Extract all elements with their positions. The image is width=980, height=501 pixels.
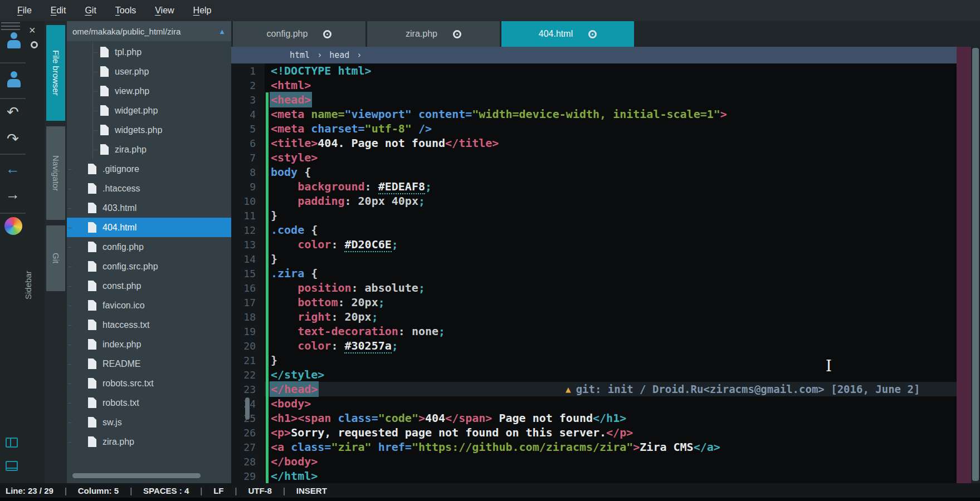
redo-icon[interactable]: ↷ — [0, 130, 26, 147]
panel-tab-git[interactable]: Git — [46, 225, 65, 291]
code-line-6[interactable]: 6<title>404. Page not found</title> — [231, 136, 980, 150]
code-line-4[interactable]: 4<meta name="viewport" content="width=de… — [231, 107, 980, 121]
editor-tab-config.php[interactable]: config.php — [233, 21, 365, 47]
code-line-27[interactable]: 27<a class="zira" href="https://github.c… — [231, 440, 980, 454]
menu-edit[interactable]: Edit — [41, 6, 76, 16]
code-line-20[interactable]: 20 color: #30257a; — [231, 338, 980, 353]
code-line-29[interactable]: 29</html> — [231, 469, 980, 483]
tree-item-widget.php[interactable]: widget.php — [67, 101, 231, 120]
tree-horizontal-scrollbar[interactable] — [71, 473, 227, 479]
tree-item-.htaccess[interactable]: .htaccess — [67, 179, 231, 198]
file-tree: tpl.phpuser.phpview.phpwidget.phpwidgets… — [67, 41, 231, 471]
breadcrumb-item-html[interactable]: html — [290, 50, 310, 60]
panel-tab-navigator[interactable]: Navigator — [46, 126, 65, 220]
editor-tab-zira.php[interactable]: zira.php — [367, 21, 500, 47]
code-line-18[interactable]: 18 right: 20px; — [231, 310, 980, 324]
code-text: bottom: 20px; — [269, 296, 385, 309]
editor-vertical-scrollbar[interactable] — [971, 47, 980, 483]
grip-icon — [1, 22, 20, 30]
code-line-16[interactable]: 16 position: absolute; — [231, 281, 980, 295]
code-line-14[interactable]: 14} — [231, 252, 980, 266]
tree-item-htaccess.txt[interactable]: htaccess.txt — [67, 315, 231, 335]
code-line-13[interactable]: 13 color: #D20C6E; — [231, 237, 980, 252]
person-alt-icon[interactable] — [6, 71, 22, 91]
tree-item-config.php[interactable]: config.php — [67, 237, 231, 257]
tree-item-tpl.php[interactable]: tpl.php — [67, 42, 231, 62]
tree-item-403.html[interactable]: 403.html — [67, 198, 231, 218]
code-text: <head> — [269, 93, 311, 106]
panel-tab-strip: File browserNavigatorGit — [45, 21, 67, 483]
tree-item-robots.txt[interactable]: robots.txt — [67, 393, 231, 412]
color-wheel-icon[interactable] — [4, 217, 22, 235]
tree-item-favicon.ico[interactable]: favicon.ico — [67, 296, 231, 315]
back-arrow-icon[interactable]: ← — [0, 160, 26, 177]
bottom-pane-icon[interactable] — [6, 461, 18, 471]
code-line-25[interactable]: 25<h1><span class="code">404</span> Page… — [231, 411, 980, 425]
path-bar[interactable]: ome/makaka/public_html/zira ▲ — [67, 21, 231, 41]
tree-item-404.html[interactable]: 404.html — [67, 218, 231, 237]
person-icon[interactable] — [6, 32, 22, 52]
tree-item-zira.php[interactable]: zira.php — [67, 140, 231, 159]
undo-icon[interactable]: ↶ — [0, 104, 26, 120]
code-editor[interactable]: 1<!DOCTYPE html>2<html>3<head>4<meta nam… — [231, 63, 980, 483]
code-line-23[interactable]: 23</head>▲git: init / Droid.Ru<ziracms@g… — [231, 382, 980, 396]
scrollbar-thumb[interactable] — [972, 48, 979, 481]
code-line-24[interactable]: 24<body> — [231, 396, 980, 411]
code-line-10[interactable]: 10 padding: 20px 40px; — [231, 194, 980, 208]
code-line-5[interactable]: 5<meta charset="utf-8" /> — [231, 121, 980, 136]
tree-item-sw.js[interactable]: sw.js — [67, 412, 231, 432]
tab-close-icon[interactable] — [453, 30, 461, 38]
file-icon — [88, 281, 96, 291]
tree-item-robots.src.txt[interactable]: robots.src.txt — [67, 374, 231, 393]
file-name: .gitignore — [103, 164, 139, 174]
tree-item-.gitignore[interactable]: .gitignore — [67, 159, 231, 179]
code-line-19[interactable]: 19 text-decoration: none; — [231, 324, 980, 338]
code-line-17[interactable]: 17 bottom: 20px; — [231, 295, 980, 310]
breadcrumb-item-head[interactable]: head — [329, 50, 349, 60]
menu-tools[interactable]: Tools — [106, 6, 145, 16]
tree-item-const.php[interactable]: const.php — [67, 276, 231, 296]
menu-view[interactable]: View — [145, 6, 183, 16]
editor-tab-404.html[interactable]: 404.html — [501, 21, 634, 47]
panel-tab-file-browser[interactable]: File browser — [46, 25, 65, 121]
code-line-21[interactable]: 21} — [231, 353, 980, 367]
detach-circle-icon[interactable] — [31, 41, 38, 48]
code-line-28[interactable]: 28</body> — [231, 454, 980, 469]
code-line-26[interactable]: 26<p>Sorry, requested page not found on … — [231, 425, 980, 440]
code-line-8[interactable]: 8body { — [231, 165, 980, 179]
code-line-1[interactable]: 1<!DOCTYPE html> — [231, 63, 980, 78]
tab-close-icon[interactable] — [323, 30, 331, 38]
file-icon — [88, 261, 96, 272]
split-pane-icon[interactable] — [6, 438, 18, 448]
menu-git[interactable]: Git — [75, 6, 105, 16]
divider — [0, 62, 26, 63]
tree-item-README[interactable]: README — [67, 354, 231, 374]
tree-item-user.php[interactable]: user.php — [67, 62, 231, 81]
scrollbar-thumb[interactable] — [72, 473, 201, 478]
editor-tab-bar: config.phpzira.php404.html — [231, 21, 980, 47]
breadcrumb[interactable]: html›head› — [231, 47, 980, 63]
tree-item-config.src.php[interactable]: config.src.php — [67, 257, 231, 276]
code-line-11[interactable]: 11} — [231, 208, 980, 223]
menu-help[interactable]: Help — [184, 6, 221, 16]
code-line-15[interactable]: 15.zira { — [231, 266, 980, 281]
tree-item-widgets.php[interactable]: widgets.php — [67, 120, 231, 140]
menu-file[interactable]: File — [8, 6, 41, 16]
code-line-9[interactable]: 9 background: #EDEAF8; — [231, 179, 980, 194]
file-name: favicon.ico — [103, 301, 145, 311]
tree-item-zira.php[interactable]: zira.php — [67, 432, 231, 451]
tree-item-index.php[interactable]: index.php — [67, 335, 231, 354]
code-text: <a class="zira" href="https://github.com… — [269, 440, 720, 454]
code-line-7[interactable]: 7<style> — [231, 150, 980, 165]
tree-item-view.php[interactable]: view.php — [67, 81, 231, 101]
gutter-marker — [245, 397, 250, 420]
tab-close-icon[interactable] — [588, 30, 597, 38]
code-line-3[interactable]: 3<head> — [231, 92, 980, 107]
up-directory-icon[interactable]: ▲ — [218, 27, 226, 36]
code-line-12[interactable]: 12.code { — [231, 223, 980, 237]
close-icon[interactable]: × — [29, 24, 36, 36]
forward-arrow-icon[interactable]: → — [0, 186, 26, 203]
code-line-22[interactable]: 22</style> — [231, 367, 980, 382]
status-separator: | — [272, 486, 296, 495]
code-line-2[interactable]: 2<html> — [231, 78, 980, 92]
